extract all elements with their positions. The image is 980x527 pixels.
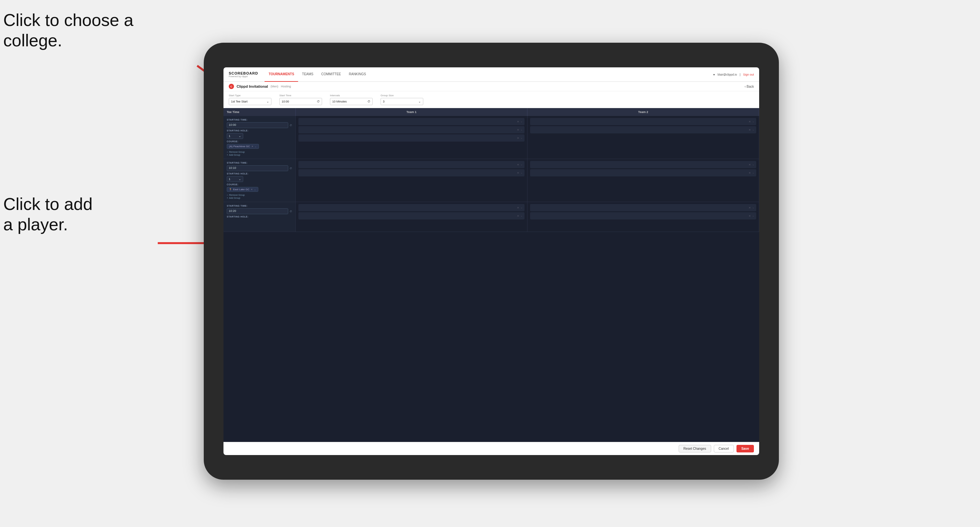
annotation-line4: a player.: [3, 215, 68, 234]
starting-hole-input-1[interactable]: 1 ⌄: [227, 133, 243, 139]
save-button[interactable]: Save: [737, 445, 754, 452]
group-2-team2: ✕ ⌄ ✕ ⌄: [527, 159, 759, 202]
course-tag-2[interactable]: 🏌 East Lake GC ✕ ⌄: [227, 187, 258, 192]
slot-arrow-2-2: ⌄: [752, 129, 754, 131]
course-label-2: COURSE:: [227, 183, 292, 186]
start-time-label: Start Time: [279, 94, 322, 97]
nav-rankings[interactable]: RANKINGS: [345, 67, 370, 82]
player-slot-4-2[interactable]: ✕ ⌄: [530, 169, 756, 176]
group-2-left: STARTING TIME: 10:10 ⏱ STARTING HOLE: 1 …: [223, 159, 296, 202]
slot-arrow-6-2: ⌄: [752, 214, 754, 217]
course-remove-2[interactable]: ✕: [251, 188, 253, 191]
starting-hole-label-2: STARTING HOLE:: [227, 173, 292, 175]
action-links-1: ○ Remove Group + Add Group: [227, 151, 292, 156]
nav-teams[interactable]: TEAMS: [298, 67, 317, 82]
player-slot-2-1[interactable]: ✕ ⌄: [530, 118, 756, 125]
separator: |: [740, 73, 740, 76]
player-slot-6-2[interactable]: ✕ ⌄: [530, 212, 756, 219]
top-nav: SCOREBOARD Powered by clippd TOURNAMENTS…: [223, 67, 759, 82]
intervals-group: Intervals 10 Minutes ⏱: [330, 94, 373, 105]
slot-arrow-4-1: ⌄: [752, 163, 754, 166]
table-header: Tee Time Team 1 Team 2: [223, 108, 759, 116]
slot-x-5-2[interactable]: ✕: [517, 214, 519, 217]
player-slot-3-1[interactable]: ✕ ⌄: [298, 161, 525, 168]
group-row-3: STARTING TIME: 10:20 ⏱ STARTING HOLE: ✕ …: [223, 202, 759, 232]
player-slot-1-2[interactable]: ✕ ⌄: [298, 126, 525, 133]
annotation-line2: college.: [3, 31, 62, 50]
starting-hole-input-2[interactable]: 1 ⌄: [227, 176, 243, 182]
slot-x-5-1[interactable]: ✕: [517, 206, 519, 209]
player-slot-4-1[interactable]: ✕ ⌄: [530, 161, 756, 168]
slot-x-1-1[interactable]: ✕: [517, 120, 519, 123]
nav-right: ● blair@clippd.io | Sign out: [713, 73, 754, 76]
starting-time-label-3: STARTING TIME:: [227, 205, 292, 207]
sign-out-link[interactable]: Sign out: [743, 73, 754, 76]
course-tag-1[interactable]: (A) Peachtree GC ✕ ⌄: [227, 144, 259, 149]
slot-x-1-3[interactable]: ✕: [517, 137, 519, 140]
slot-x-3-2[interactable]: ✕: [517, 171, 519, 175]
group-3-team1: ✕ ⌄ ✕ ⌄: [296, 202, 527, 232]
starting-hole-label-1: STARTING HOLE:: [227, 129, 292, 132]
slot-arrow-5-2: ⌄: [520, 214, 523, 217]
remove-group-2[interactable]: ○ Remove Group: [227, 194, 292, 196]
starting-time-input-3[interactable]: 10:20: [227, 208, 288, 214]
player-slot-6-1[interactable]: ✕ ⌄: [530, 204, 756, 211]
remove-group-1[interactable]: ○ Remove Group: [227, 151, 292, 153]
slot-x-4-1[interactable]: ✕: [749, 163, 751, 166]
start-type-input[interactable]: 1st Tee Start ⌄: [229, 98, 272, 105]
brand: SCOREBOARD Powered by clippd: [229, 71, 258, 78]
group-1-team2: ✕ ⌄ ✕ ⌄: [527, 116, 759, 159]
user-email: blair@clippd.io: [718, 73, 737, 76]
player-slot-5-2[interactable]: ✕ ⌄: [298, 212, 525, 219]
start-time-input[interactable]: 10:00 ⏱: [279, 98, 322, 105]
slot-x-3-1[interactable]: ✕: [517, 163, 519, 166]
th-team2: Team 2: [527, 108, 759, 116]
player-slot-2-2[interactable]: ✕ ⌄: [530, 126, 756, 133]
start-time-group: Start Time 10:00 ⏱: [279, 94, 322, 105]
nav-committee[interactable]: COMMITTEE: [317, 67, 345, 82]
starting-time-input-2[interactable]: 10:10: [227, 165, 288, 171]
slot-x-6-1[interactable]: ✕: [749, 206, 751, 209]
nav-tournaments[interactable]: TOURNAMENTS: [264, 67, 298, 82]
starting-time-row-1: 10:00 ⏱: [227, 122, 292, 128]
slot-arrow-3-2: ⌄: [520, 171, 523, 174]
starting-time-input-1[interactable]: 10:00: [227, 122, 288, 128]
group-2-team1: ✕ ⌄ ✕ ⌄: [296, 159, 527, 202]
start-type-group: Start Type 1st Tee Start ⌄: [229, 94, 272, 105]
group-size-input[interactable]: 3 ⌄: [380, 98, 423, 105]
starting-time-label-2: STARTING TIME:: [227, 162, 292, 164]
back-button[interactable]: ‹ Back: [745, 85, 754, 88]
reset-button[interactable]: Reset Changes: [679, 445, 711, 452]
course-expand-2[interactable]: ⌄: [254, 188, 256, 191]
gender-badge: (Men): [270, 85, 278, 88]
player-slot-1-1[interactable]: ✕ ⌄: [298, 118, 525, 125]
intervals-label: Intervals: [330, 94, 373, 97]
add-group-1[interactable]: + Add Group: [227, 154, 292, 156]
starting-time-row-2: 10:10 ⏱: [227, 165, 292, 171]
add-group-2[interactable]: + Add Group: [227, 197, 292, 199]
starting-hole-label-3: STARTING HOLE:: [227, 216, 292, 218]
slot-arrow-2-1: ⌄: [752, 120, 754, 123]
intervals-input[interactable]: 10 Minutes ⏱: [330, 98, 373, 105]
sub-header-left: C Clippd Invitational (Men) Hosting: [229, 84, 291, 89]
slot-x-1-2[interactable]: ✕: [517, 129, 519, 132]
player-slot-1-3[interactable]: ✕ ⌄: [298, 134, 525, 141]
cancel-button[interactable]: Cancel: [714, 445, 734, 452]
player-slot-5-1[interactable]: ✕ ⌄: [298, 204, 525, 211]
course-expand-1[interactable]: ⌄: [255, 145, 257, 148]
slot-x-2-2[interactable]: ✕: [749, 129, 751, 132]
form-header: Start Type 1st Tee Start ⌄ Start Time 10…: [223, 91, 759, 108]
starting-time-row-3: 10:20 ⏱: [227, 208, 292, 214]
course-remove-1[interactable]: ✕: [251, 145, 253, 148]
slot-arrow-1-1: ⌄: [520, 120, 523, 123]
slot-arrow-4-2: ⌄: [752, 171, 754, 174]
slot-x-4-2[interactable]: ✕: [749, 171, 751, 175]
group-1-left: STARTING TIME: 10:00 ⏱ STARTING HOLE: 1 …: [223, 116, 296, 159]
player-slot-3-2[interactable]: ✕ ⌄: [298, 169, 525, 176]
group-row-1: STARTING TIME: 10:00 ⏱ STARTING HOLE: 1 …: [223, 116, 759, 159]
slot-x-6-2[interactable]: ✕: [749, 214, 751, 217]
slot-arrow-1-3: ⌄: [520, 137, 523, 139]
slot-x-2-1[interactable]: ✕: [749, 120, 751, 123]
clock-icon-3: ⏱: [290, 210, 292, 213]
clock-icon-1: ⏱: [290, 124, 292, 127]
